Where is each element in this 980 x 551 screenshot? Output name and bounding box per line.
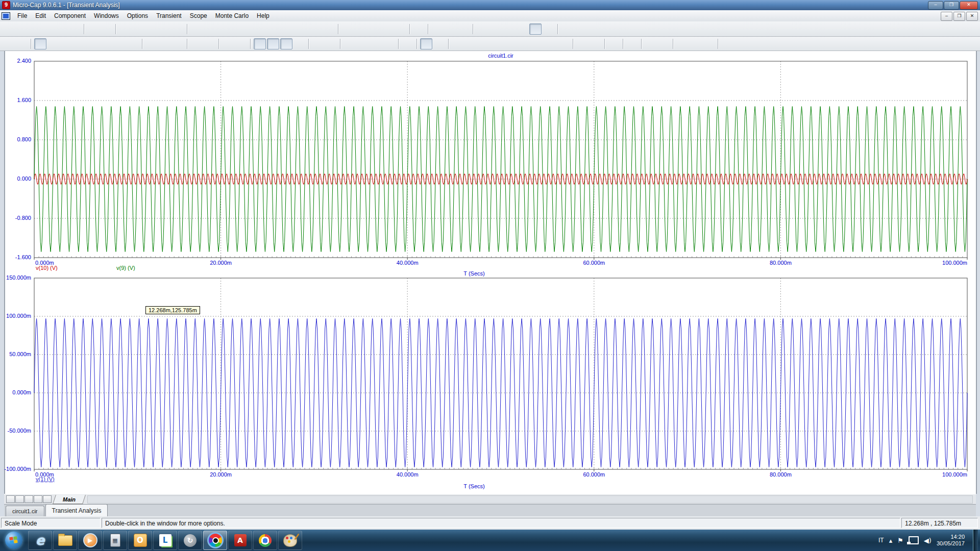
- taskbar-chrome[interactable]: [253, 531, 277, 550]
- function-button[interactable]: [734, 38, 747, 49]
- legend-v10V[interactable]: v(10) (V): [36, 265, 58, 271]
- legend-v1V[interactable]: v(1) (V): [36, 476, 55, 482]
- maximize-window-button[interactable]: [381, 23, 394, 35]
- run-button[interactable]: [145, 38, 158, 49]
- component-panel-button[interactable]: [476, 23, 488, 35]
- menu-item[interactable]: Transient: [152, 11, 186, 21]
- help-on-component-button[interactable]: [503, 23, 515, 35]
- opamp-component-button[interactable]: [283, 23, 296, 35]
- x-scale-button[interactable]: [645, 38, 657, 49]
- ground-component-button[interactable]: [190, 23, 203, 35]
- menu-item[interactable]: Component: [50, 11, 90, 21]
- pulse-source-button[interactable]: [297, 23, 309, 35]
- taskbar-acrobat-reader[interactable]: A: [228, 531, 252, 550]
- global-high-button[interactable]: [545, 38, 557, 49]
- select-mode-button[interactable]: [3, 38, 15, 49]
- round-peak-button[interactable]: [518, 38, 530, 49]
- component-shapes-button[interactable]: [16, 38, 28, 49]
- taskbar-clock[interactable]: 14:20 30/05/2017: [937, 534, 965, 547]
- print-button[interactable]: [56, 23, 68, 35]
- select-all-button[interactable]: [172, 23, 184, 35]
- scope-probe-button[interactable]: [74, 38, 86, 49]
- cut-button[interactable]: [119, 23, 131, 35]
- tag-point-button[interactable]: [370, 38, 382, 49]
- taskbar-internet-explorer[interactable]: e: [28, 531, 52, 550]
- valley-button[interactable]: [465, 38, 477, 49]
- tile-vertical-button[interactable]: [355, 23, 367, 35]
- zoom-out-button[interactable]: [690, 38, 702, 49]
- y-scale-button[interactable]: [658, 38, 670, 49]
- child-restore-button[interactable]: ❐: [953, 12, 965, 21]
- last-page-button[interactable]: [43, 495, 52, 503]
- battery-component-button[interactable]: [323, 23, 335, 35]
- child-minimize-button[interactable]: –: [941, 12, 952, 21]
- speaker-icon[interactable]: ◀): [924, 537, 932, 544]
- overlap-windows-button[interactable]: [395, 23, 407, 35]
- go-button[interactable]: [445, 23, 457, 35]
- copy-button[interactable]: [132, 23, 144, 35]
- taskbar-windows-explorer[interactable]: [53, 531, 77, 550]
- grid-pattern-button[interactable]: [235, 38, 248, 49]
- cursor-left-button[interactable]: [420, 38, 432, 49]
- sine-source-button[interactable]: [310, 23, 322, 35]
- stack-plots-button[interactable]: [47, 38, 60, 49]
- horizontal-grid-toggle[interactable]: [267, 38, 279, 49]
- undo-button[interactable]: [87, 23, 100, 35]
- plot-properties-button[interactable]: [576, 38, 589, 49]
- data-point-grid-toggle[interactable]: [280, 38, 292, 49]
- global-low-button[interactable]: [558, 38, 570, 49]
- paste-button[interactable]: [145, 23, 158, 35]
- taskbar-calculator[interactable]: ▦: [103, 531, 127, 550]
- tab-transient-analysis[interactable]: Transient Analysis: [45, 504, 108, 516]
- child-window-icon[interactable]: [2, 12, 10, 20]
- show-hidden-icons[interactable]: ▴: [889, 537, 893, 544]
- tab-circuit1[interactable]: circuit1.cir: [6, 506, 44, 516]
- mosfet-component-button[interactable]: [270, 23, 282, 35]
- redo-button[interactable]: [101, 23, 113, 35]
- pi-button[interactable]: [431, 23, 444, 35]
- show-desktop-button[interactable]: [973, 530, 978, 551]
- properties-dropdown[interactable]: [590, 38, 602, 49]
- peak-button[interactable]: [452, 38, 464, 49]
- calculator-button[interactable]: [413, 23, 425, 35]
- peak-marker-button[interactable]: [101, 38, 113, 49]
- pan-mode-button[interactable]: [61, 38, 73, 49]
- horizontal-tag-button[interactable]: [344, 38, 356, 49]
- taskbar-lync[interactable]: L: [153, 531, 177, 550]
- inflection-button[interactable]: [505, 38, 517, 49]
- taskbar-media-player[interactable]: ▶: [78, 531, 102, 550]
- round-valley-button[interactable]: [531, 38, 544, 49]
- menu-item[interactable]: Monte Carlo: [211, 11, 253, 21]
- menu-item[interactable]: Scope: [186, 11, 211, 21]
- globe-button[interactable]: [721, 38, 733, 49]
- open-button[interactable]: [16, 23, 28, 35]
- menu-item[interactable]: File: [13, 11, 31, 21]
- probe-pen-button[interactable]: [516, 23, 528, 35]
- baseline-grid-toggle[interactable]: [293, 38, 306, 49]
- child-close-button[interactable]: ✕: [966, 12, 978, 21]
- menu-item[interactable]: Options: [123, 11, 152, 21]
- stop-button[interactable]: [159, 38, 171, 49]
- menu-item[interactable]: Help: [253, 11, 274, 21]
- zoom-in-button[interactable]: [676, 38, 689, 49]
- taskbar-sync-app[interactable]: ↻: [178, 531, 202, 550]
- close-button[interactable]: ✕: [960, 1, 978, 10]
- page-scrollbar[interactable]: [87, 495, 973, 504]
- select-region-button[interactable]: [222, 38, 234, 49]
- cascade-windows-button[interactable]: [368, 23, 380, 35]
- analysis-window-button[interactable]: [561, 23, 573, 35]
- next-page-button[interactable]: [34, 495, 42, 503]
- minimize-button[interactable]: –: [928, 1, 943, 10]
- save-all-button[interactable]: [42, 23, 55, 35]
- prev-page-button[interactable]: [24, 495, 33, 503]
- color-plot-button[interactable]: [402, 38, 414, 49]
- maximize-button[interactable]: ❐: [944, 1, 959, 10]
- delete-button[interactable]: [159, 23, 171, 35]
- taskbar-micro-cap[interactable]: [203, 531, 227, 550]
- network-icon[interactable]: [909, 536, 919, 544]
- polyline-mode-button[interactable]: [204, 38, 216, 49]
- low-button[interactable]: [492, 38, 504, 49]
- vertical-tag-button[interactable]: [357, 38, 369, 49]
- inductor-component-button[interactable]: [230, 23, 242, 35]
- print-preview-button[interactable]: [69, 23, 81, 35]
